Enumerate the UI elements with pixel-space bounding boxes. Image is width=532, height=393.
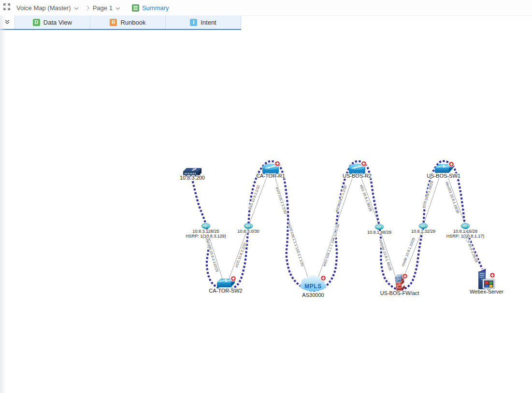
device-label: Webex-Server: [470, 289, 503, 295]
svg-text:MPLS: MPLS: [304, 283, 321, 290]
voice-map-page: IPMPLSe0/0 10.8.3.1/30e0/3 105.1.1.2/30e…: [0, 0, 532, 393]
link-label: e0/3-105.1.1.1 105.1.1.1/30: [287, 223, 305, 267]
topology-link[interactable]: [229, 229, 247, 279]
tab-data-view[interactable]: D Data View: [14, 15, 90, 29]
device-label: AS30000: [302, 292, 324, 298]
collapse-tabs-button[interactable]: [0, 15, 14, 29]
link-label: e2/0 10.8.1.36/29: [421, 181, 434, 209]
data-view-icon: D: [33, 19, 40, 26]
media-node-10.8.3.0/30[interactable]: [244, 224, 253, 229]
alert-plus-icon[interactable]: [231, 276, 236, 281]
fullscreen-icon: [3, 3, 11, 13]
map-toolbar: Voice Map (Master) Page 1 Summary: [0, 0, 532, 16]
device-label: US-BOS-R2: [343, 173, 372, 179]
link-label: e_6 10.8.1.26/28: [465, 236, 479, 263]
device-label: US-BOS-FW/act: [380, 290, 419, 296]
fullscreen-button[interactable]: [0, 0, 14, 15]
alert-plus-icon[interactable]: [490, 273, 495, 278]
link-label: e0/2 104.1.1.2/30: [334, 185, 347, 213]
media-node-label: HSRP: 1(10.8.3.129): [186, 234, 226, 239]
breadcrumb-separator-icon: [86, 5, 90, 11]
device-label: 10.8.3.200: [180, 175, 205, 181]
double-chevron-down-icon: [4, 18, 10, 27]
tab-runbook[interactable]: R Runbook: [90, 15, 165, 29]
media-node-label: 10.8.1.32/29: [411, 229, 435, 234]
media-node-label: HSRP: 1(10.8.1.17): [446, 234, 485, 239]
tab-intent[interactable]: I Intent: [165, 15, 241, 29]
tab-label: Intent: [201, 19, 216, 26]
media-node-label: 10.8.3.0/30: [237, 229, 259, 234]
device-label: CA-TOR-SW2: [209, 288, 242, 294]
link-label: e0/1 10.8.1.50/29: [359, 184, 373, 212]
media-node-10.8.3.128/25[interactable]: [201, 224, 210, 229]
intent-icon: I: [190, 19, 197, 26]
summary-list-icon: [132, 4, 139, 12]
device-label: US-BOS-SW1: [427, 173, 460, 179]
device-CA-TOR-SW2[interactable]: [217, 276, 236, 288]
page-label: Page 1: [93, 4, 113, 12]
device-AS30000[interactable]: MPLS: [300, 275, 326, 292]
summary-label: Summary: [142, 4, 169, 12]
runbook-icon: R: [110, 19, 117, 26]
summary-button[interactable]: Summary: [132, 4, 169, 12]
media-node-10.8.1.32/29[interactable]: [419, 224, 428, 229]
media-node-10.8.1.16/28[interactable]: [461, 224, 470, 229]
chevron-down-icon: [115, 3, 120, 12]
chevron-down-icon: [74, 3, 79, 12]
link-label: e0/2-104.1.1.1 104.1.1.1/30: [322, 224, 340, 267]
alert-plus-icon[interactable]: [321, 276, 326, 281]
page-selector-dropdown[interactable]: Page 1: [93, 3, 120, 12]
media-node-label: 10.8.1.16/28: [453, 229, 477, 234]
topology-svg: IPMPLSe0/0 10.8.3.1/30e0/3 105.1.1.2/30e…: [0, 0, 532, 393]
media-node-10.8.1.48/29[interactable]: [375, 225, 384, 230]
tab-label: Data View: [43, 19, 72, 26]
alert-plus-icon[interactable]: [275, 161, 280, 167]
link-label: outside 10.8.1.49/29: [378, 239, 393, 271]
link-label: e0/0 10.8.3.1/30: [247, 184, 260, 211]
media-node-label: 10.8.3.128/25: [192, 229, 219, 234]
map-canvas[interactable]: IPMPLSe0/0 10.8.3.1/30e0/3 105.1.1.2/30e…: [0, 0, 532, 393]
map-tab-bar: D Data View R Runbook I Intent: [0, 15, 241, 30]
alert-plus-icon[interactable]: [403, 274, 408, 279]
map-title-dropdown[interactable]: Voice Map (Master): [16, 3, 79, 12]
media-node-label: 10.8.1.48/29: [367, 230, 391, 235]
tab-label: Runbook: [120, 19, 145, 26]
device-label: CA-TOR-R1: [256, 173, 285, 179]
device-Webex-Server[interactable]: [478, 271, 495, 290]
alert-plus-icon[interactable]: [449, 162, 454, 167]
map-title: Voice Map (Master): [16, 4, 71, 12]
alert-plus-icon[interactable]: [361, 161, 367, 167]
link-label: vlan101 10.8.1.18/28: [445, 181, 460, 214]
